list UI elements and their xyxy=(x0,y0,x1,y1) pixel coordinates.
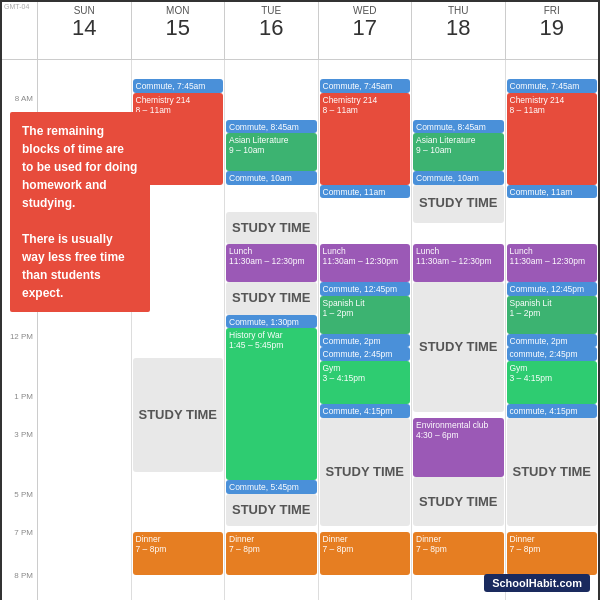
event-wed-spanish: Spanish Lit1 – 2pm xyxy=(320,296,411,334)
time-12pm: 12 PM xyxy=(10,332,33,341)
event-thu-study3: STUDY TIME xyxy=(413,477,504,526)
event-wed-gym: Gym3 – 4:15pm xyxy=(320,361,411,404)
event-tue-commute4: Commute, 5:45pm xyxy=(226,480,317,494)
event-thu-lunch: Lunch11:30am – 12:30pm xyxy=(413,244,504,282)
day-fri: FRI 19 xyxy=(506,2,599,59)
event-fri-commute6: commute, 4:15pm xyxy=(507,404,598,418)
time-8pm: 8 PM xyxy=(14,570,33,579)
event-mon-study: STUDY TIME xyxy=(133,358,224,472)
time-7pm: 7 PM xyxy=(14,527,33,536)
event-tue-study1: STUDY TIME xyxy=(226,212,317,245)
event-wed-commute3: Commute, 12:45pm xyxy=(320,282,411,296)
day-sun: SUN 14 xyxy=(38,2,132,59)
event-wed-commute6: Commute, 4:15pm xyxy=(320,404,411,418)
event-fri-commute4: Commute, 2pm xyxy=(507,334,598,348)
event-fri-commute3: Commute, 12:45pm xyxy=(507,282,598,296)
gmt-label: GMT-04 xyxy=(2,2,31,11)
event-tue-study3: STUDY TIME xyxy=(226,494,317,527)
event-tue-commute2: Commute, 10am xyxy=(226,171,317,185)
event-fri-commute1: Commute, 7:45am xyxy=(507,79,598,93)
event-mon-commute1: Commute, 7:45am xyxy=(133,79,224,93)
event-thu-env-club: Environmental club4:30 – 6pm xyxy=(413,418,504,478)
event-fri-chem: Chemistry 2148 – 11am xyxy=(507,93,598,185)
event-tue-dinner: Dinner7 – 8pm xyxy=(226,532,317,575)
event-wed-lunch: Lunch11:30am – 12:30pm xyxy=(320,244,411,282)
calendar-wrapper: GMT-04 SUN 14 MON 15 TUE 16 WED 17 THU 1… xyxy=(0,0,600,600)
event-thu-commute1: Commute, 8:45am xyxy=(413,120,504,134)
day-wed: WED 17 xyxy=(319,2,413,59)
event-mon-dinner: Dinner7 – 8pm xyxy=(133,532,224,575)
event-tue-lunch: Lunch11:30am – 12:30pm xyxy=(226,244,317,282)
event-wed-study: STUDY TIME xyxy=(320,418,411,526)
time-1pm: 1 PM xyxy=(14,392,33,401)
day-thu: THU 18 xyxy=(412,2,506,59)
event-fri-gym: Gym3 – 4:15pm xyxy=(507,361,598,404)
event-fri-spanish: Spanish Lit1 – 2pm xyxy=(507,296,598,334)
event-wed-dinner: Dinner7 – 8pm xyxy=(320,532,411,575)
day-tue: TUE 16 xyxy=(225,2,319,59)
time-8am: 8 AM xyxy=(15,93,33,102)
time-3pm: 3 PM xyxy=(14,429,33,438)
event-tue-asian-lit: Asian Literature9 – 10am xyxy=(226,133,317,171)
event-fri-commute5: commute, 2:45pm xyxy=(507,347,598,361)
event-tue-study2: STUDY TIME xyxy=(226,282,317,315)
event-thu-asian-lit: Asian Literature9 – 10am xyxy=(413,133,504,171)
event-tue-commute1: Commute, 8:45am xyxy=(226,120,317,134)
event-wed-commute4: Commute, 2pm xyxy=(320,334,411,348)
event-fri-commute2: Commute, 11am xyxy=(507,185,598,199)
event-tue-history: History of War1:45 – 5:45pm xyxy=(226,328,317,480)
event-wed-commute5: Commute, 2:45pm xyxy=(320,347,411,361)
event-wed-chem: Chemistry 2148 – 11am xyxy=(320,93,411,185)
event-thu-commute2: Commute, 10am xyxy=(413,171,504,185)
overlay-info-box: The remaining blocks of time are to be u… xyxy=(10,112,150,312)
day-mon: MON 15 xyxy=(132,2,226,59)
event-fri-dinner: Dinner7 – 8pm xyxy=(507,532,598,575)
event-tue-commute3: Commute, 1:30pm xyxy=(226,315,317,329)
event-thu-study2: STUDY TIME xyxy=(413,282,504,412)
watermark: SchoolHabit.com xyxy=(484,574,590,592)
event-wed-commute1: Commute, 7:45am xyxy=(320,79,411,93)
col-tue: Commute, 8:45am Asian Literature9 – 10am… xyxy=(225,60,319,600)
event-thu-dinner: Dinner7 – 8pm xyxy=(413,532,504,575)
col-thu: Commute, 8:45am Asian Literature9 – 10am… xyxy=(412,60,506,600)
event-wed-commute2: Commute, 11am xyxy=(320,185,411,199)
event-fri-lunch: Lunch11:30am – 12:30pm xyxy=(507,244,598,282)
event-fri-study: STUDY TIME xyxy=(507,418,598,526)
header-row: SUN 14 MON 15 TUE 16 WED 17 THU 18 FRI 1… xyxy=(2,2,598,60)
event-thu-study1: STUDY TIME xyxy=(413,185,504,223)
time-5pm: 5 PM xyxy=(14,489,33,498)
col-wed: Commute, 7:45am Chemistry 2148 – 11am Co… xyxy=(319,60,413,600)
col-fri: Commute, 7:45am Chemistry 2148 – 11am Co… xyxy=(506,60,599,600)
